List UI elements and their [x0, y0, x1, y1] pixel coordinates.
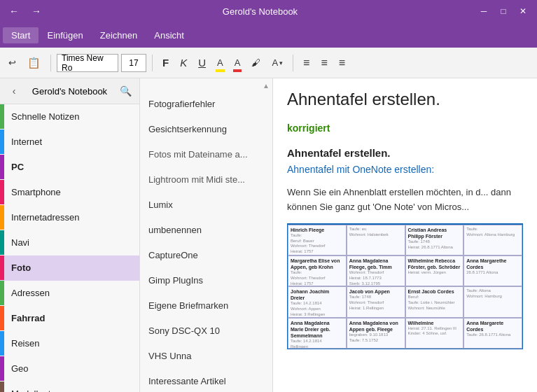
- page-fotos-dateiname[interactable]: Fotos mit Dateiname a...: [140, 142, 272, 167]
- section-reisen[interactable]: Reisen: [0, 331, 139, 356]
- ft-cell-3-2: Wilhelmine Heirat: 27.11. Rellingen III …: [405, 318, 464, 349]
- forward-button[interactable]: →: [28, 3, 45, 20]
- section-smartphone[interactable]: Smartphone: [0, 180, 139, 205]
- sidebar-search-button[interactable]: 🔍: [117, 83, 134, 99]
- menu-einfuegen[interactable]: Einfügen: [39, 27, 91, 43]
- page-gesichtserkennung[interactable]: Gesichtserkennung: [140, 117, 272, 142]
- sidebar-collapse-button[interactable]: ‹: [6, 83, 22, 99]
- ft-cell-2-0: Johann Joachim Dreier Taufe: 14.2.1814 W…: [288, 286, 347, 317]
- section-schnelle-notizen[interactable]: Schnelle Notizen: [0, 104, 139, 130]
- bullet-list-button[interactable]: ≡: [299, 52, 314, 74]
- ft-cell-2-1: Jacob von Appen Taufe: 1748 Wohnort: The…: [347, 286, 405, 317]
- bold-button[interactable]: F: [158, 52, 173, 74]
- section-navi[interactable]: Navi: [0, 230, 139, 255]
- sidebar-header: ‹ Gerold's Notebook 🔍: [0, 78, 139, 104]
- font-name-box[interactable]: Times New Ro: [57, 54, 118, 72]
- note-subheading: Ahnentafel mit OneNote erstellen:: [287, 162, 523, 177]
- indent-button[interactable]: ≡: [335, 52, 349, 74]
- text-color-dropdown[interactable]: A ▾: [267, 52, 287, 74]
- page-umbenennen[interactable]: umbenennen: [140, 218, 272, 243]
- ft-cell-2-3: Taufe: Altona Wohnort: Hamburg: [463, 286, 522, 317]
- highlight-button[interactable]: A: [213, 52, 228, 74]
- note-body-text: Wenn Sie ein Ahnenblatt erstellen möchte…: [287, 186, 523, 215]
- note-title: Ahnentafel erstellen.: [287, 90, 523, 109]
- menu-start[interactable]: Start: [3, 27, 39, 43]
- section-color-bar: [0, 205, 4, 230]
- note-content[interactable]: Ahnentafel erstellen. korrigiert Ahnenta…: [273, 78, 537, 392]
- page-gimp-plugins[interactable]: Gimp PlugIns: [140, 268, 272, 293]
- ft-cell-0-1: Taufe: ev. Wohnort: Halstenbek: [347, 225, 405, 255]
- toolbar-separator-2: [152, 55, 153, 71]
- section-color-bar: [0, 382, 4, 392]
- page-sony-dsc[interactable]: Sony DSC-QX 10: [140, 318, 272, 344]
- paint-button[interactable]: 🖌: [247, 52, 265, 74]
- pages-panel: ▲ Fotografierfehler Gesichtserkennung Fo…: [140, 78, 273, 392]
- section-internetadressen[interactable]: Internetadressen: [0, 205, 139, 230]
- highlight-indicator: [216, 69, 225, 72]
- color-indicator: [233, 69, 242, 72]
- note-tag-section: korrigiert: [287, 120, 523, 136]
- font-size-box[interactable]: 17: [121, 54, 146, 72]
- clip-button[interactable]: 📋: [23, 52, 45, 74]
- page-interessante-artikel[interactable]: Interessante Artikel: [140, 369, 272, 392]
- back-button[interactable]: ←: [6, 3, 22, 20]
- ft-cell-3-3: Anna Margarete Cordes Taufe: 26.8.1771 A…: [463, 318, 522, 349]
- note-main-heading: Ahnentafel erstellen.: [287, 145, 523, 162]
- minimize-button[interactable]: ─: [475, 3, 492, 20]
- page-vhs-unna[interactable]: VHS Unna: [140, 344, 272, 369]
- window-title: Gerold's Notebook: [45, 6, 475, 17]
- page-lumix[interactable]: Lumix: [140, 192, 272, 218]
- main-area: ‹ Gerold's Notebook 🔍 Schnelle Notizen I…: [0, 78, 537, 392]
- undo-button[interactable]: ↩: [4, 52, 20, 74]
- italic-button[interactable]: K: [176, 52, 191, 74]
- ft-cell-3-0: Anna Magdalena Marie Dreier geb. Semmelm…: [288, 318, 347, 349]
- section-adressen[interactable]: Adressen: [0, 281, 139, 306]
- page-fotografierfehler[interactable]: Fotografierfehler: [140, 92, 272, 117]
- title-bar: ← → Gerold's Notebook ─ □ ✕: [0, 0, 537, 22]
- section-pc[interactable]: PC: [0, 155, 139, 180]
- family-tree-grid: Hinrich Fleege Taufe: Beruf: Bauer Wohno…: [288, 224, 522, 349]
- maximize-button[interactable]: □: [495, 3, 512, 20]
- ft-cell-2-2: Ernst Jacob Cordes Beruf: Taufe: Lotte i…: [405, 286, 464, 317]
- menu-ansicht[interactable]: Ansicht: [146, 27, 193, 43]
- sidebar: ‹ Gerold's Notebook 🔍 Schnelle Notizen I…: [0, 78, 140, 392]
- note-text-section: Wenn Sie ein Ahnenblatt erstellen möchte…: [287, 186, 523, 215]
- section-color-bar: [0, 104, 4, 129]
- section-color-bar: [0, 331, 4, 356]
- ft-cell-1-2: Wilhelmine Rebecca Förster, geb. Schröde…: [405, 255, 464, 286]
- section-foto[interactable]: Foto: [0, 255, 139, 281]
- section-internet[interactable]: Internet: [0, 130, 139, 155]
- section-modellautos[interactable]: Modellautos: [0, 382, 139, 392]
- ft-cell-3-1: Anna Magdalena von Appen geb. Fleege beg…: [347, 318, 405, 349]
- scroll-up-indicator: ▲: [263, 82, 270, 90]
- underline-button[interactable]: U: [194, 52, 210, 74]
- page-lightroom[interactable]: Lightroom mit Midi ste...: [140, 167, 272, 192]
- ft-cell-1-0: Margaretha Elise von Appen, geb Krohn Ta…: [288, 255, 347, 286]
- section-geo[interactable]: Geo: [0, 356, 139, 382]
- toolbar-separator-1: [50, 55, 51, 71]
- family-tree-image: Hinrich Fleege Taufe: Beruf: Bauer Wohno…: [287, 223, 523, 349]
- menu-zeichnen[interactable]: Zeichnen: [92, 27, 146, 43]
- section-list: Schnelle Notizen Internet PC Smartphone …: [0, 104, 139, 392]
- ft-cell-0-3: Taufe: Wohnort: Altona Hamburg: [463, 225, 522, 255]
- toolbar-separator-3: [293, 55, 293, 71]
- section-color-bar: [0, 356, 4, 381]
- number-list-button[interactable]: ≡: [316, 52, 331, 74]
- font-color-label: A: [235, 57, 241, 68]
- sidebar-title: Gerold's Notebook: [25, 86, 114, 97]
- close-button[interactable]: ✕: [515, 3, 531, 20]
- menu-bar: Start Einfügen Zeichnen Ansicht: [0, 22, 537, 48]
- ft-cell-1-1: Anna Magdalena Fleege, geb. Timm Wohnort…: [347, 255, 405, 286]
- window-controls: ─ □ ✕: [475, 3, 531, 20]
- toolbar: ↩ 📋 Times New Ro 17 F K U A A 🖌 A ▾ ≡ ≡ …: [0, 48, 537, 78]
- section-fahrrad[interactable]: Fahrrad: [0, 306, 139, 331]
- page-captureone[interactable]: CaptureOne: [140, 243, 272, 268]
- section-color-bar: [0, 180, 4, 204]
- section-color-bar: [0, 255, 4, 280]
- text-color-label: A: [272, 57, 278, 68]
- section-color-bar: [0, 306, 4, 330]
- page-eigene-briefmarken[interactable]: Eigene Briefmarken: [140, 293, 272, 318]
- section-color-bar: [0, 281, 4, 305]
- font-color-button[interactable]: A: [230, 52, 245, 74]
- note-body: korrigiert Ahnentafel erstellen. Ahnenta…: [287, 120, 523, 349]
